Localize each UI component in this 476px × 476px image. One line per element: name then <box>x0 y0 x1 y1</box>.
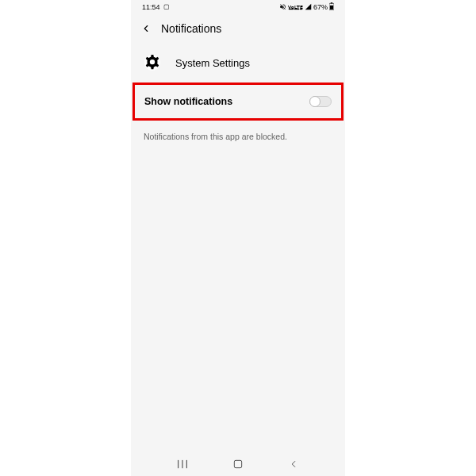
show-notifications-toggle[interactable] <box>309 96 332 107</box>
svg-rect-1 <box>331 2 332 3</box>
svg-rect-2 <box>330 6 333 10</box>
mute-icon <box>279 3 286 12</box>
show-notifications-row[interactable]: Show notifications <box>135 85 341 118</box>
navigation-bar <box>131 452 345 476</box>
status-bar: 11:54 ▢ V̲o̲L̲T̲E̲ 67% <box>131 0 345 14</box>
home-button[interactable] <box>231 457 245 471</box>
page-title: Notifications <box>161 22 221 35</box>
status-time: 11:54 <box>142 3 160 11</box>
page-header: Notifications <box>131 14 345 43</box>
app-info-row: System Settings <box>131 43 345 78</box>
back-button[interactable] <box>286 457 301 471</box>
back-icon[interactable] <box>140 23 152 34</box>
app-name-label: System Settings <box>175 57 250 69</box>
recents-button[interactable] <box>175 457 190 471</box>
status-right: V̲o̲L̲T̲E̲ 67% <box>279 2 334 12</box>
battery-icon <box>329 2 334 12</box>
blocked-message: Notifications from this app are blocked. <box>131 121 345 152</box>
show-notifications-label: Show notifications <box>144 96 232 107</box>
battery-percent: 67% <box>313 3 328 11</box>
lte-icon: V̲o̲L̲T̲E̲ <box>288 5 303 10</box>
signal-icon <box>305 3 312 12</box>
svg-rect-4 <box>234 460 241 467</box>
toggle-knob <box>309 96 321 107</box>
status-left: 11:54 ▢ <box>142 3 170 11</box>
highlight-annotation: Show notifications <box>132 83 344 121</box>
screenshot-icon: ▢ <box>163 4 170 10</box>
gear-icon <box>144 54 161 71</box>
phone-screen: 11:54 ▢ V̲o̲L̲T̲E̲ 67% Notifications <box>131 0 345 476</box>
